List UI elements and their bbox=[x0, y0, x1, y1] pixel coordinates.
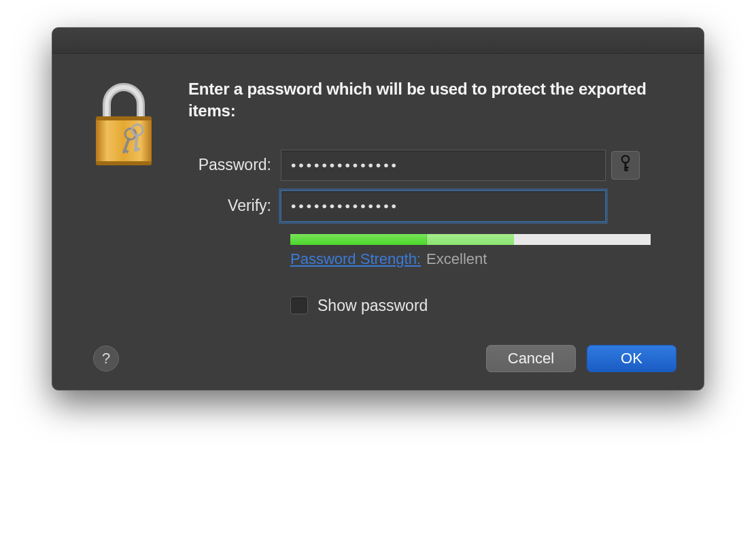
strength-meter bbox=[290, 234, 651, 245]
footer: ? Cancel OK bbox=[188, 335, 676, 372]
key-button[interactable] bbox=[611, 151, 640, 180]
export-password-dialog: Enter a password which will be used to p… bbox=[52, 27, 704, 391]
content-column: Enter a password which will be used to p… bbox=[168, 78, 676, 372]
svg-rect-2 bbox=[96, 116, 152, 120]
password-input[interactable] bbox=[281, 150, 606, 181]
ok-button[interactable]: OK bbox=[587, 345, 676, 372]
icon-column bbox=[86, 78, 168, 372]
strength-meter-fill-strong bbox=[290, 234, 427, 245]
svg-rect-1 bbox=[96, 116, 152, 165]
strength-meter-fill-light bbox=[427, 234, 513, 245]
password-label: Password: bbox=[188, 156, 281, 174]
strength-link[interactable]: Password Strength: bbox=[290, 250, 421, 267]
svg-point-10 bbox=[622, 156, 629, 163]
prompt-text: Enter a password which will be used to p… bbox=[188, 78, 676, 122]
password-row: Password: bbox=[188, 150, 676, 181]
lock-icon bbox=[86, 81, 161, 169]
show-password-row: Show password bbox=[290, 297, 676, 315]
svg-rect-3 bbox=[96, 161, 152, 165]
dialog-body: Enter a password which will be used to p… bbox=[52, 54, 704, 390]
svg-rect-13 bbox=[625, 169, 628, 171]
svg-rect-9 bbox=[134, 148, 139, 151]
key-icon bbox=[619, 155, 632, 176]
strength-section: Password Strength: Excellent bbox=[290, 234, 676, 268]
show-password-checkbox[interactable] bbox=[290, 297, 308, 314]
help-button[interactable]: ? bbox=[93, 346, 119, 371]
verify-label: Verify: bbox=[188, 197, 281, 215]
strength-line: Password Strength: Excellent bbox=[290, 250, 676, 268]
strength-value: Excellent bbox=[426, 250, 487, 267]
show-password-label[interactable]: Show password bbox=[317, 297, 428, 315]
verify-row: Verify: bbox=[188, 190, 676, 222]
titlebar bbox=[52, 28, 704, 54]
help-icon: ? bbox=[102, 350, 110, 367]
verify-input[interactable] bbox=[281, 190, 606, 222]
svg-rect-12 bbox=[625, 167, 629, 169]
cancel-button[interactable]: Cancel bbox=[486, 345, 576, 372]
